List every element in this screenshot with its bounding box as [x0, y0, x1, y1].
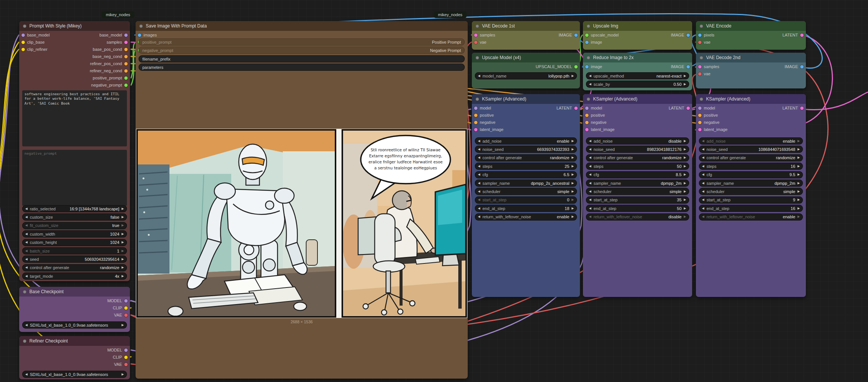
decrement-arrow-icon[interactable]: ◀: [478, 182, 480, 185]
vae-decode-2nd[interactable]: VAE Decode 2ndsamplesvaeIMAGE: [696, 53, 806, 88]
increment-arrow-icon[interactable]: ▶: [572, 198, 574, 201]
increment-arrow-icon[interactable]: ▶: [572, 207, 574, 210]
decrement-arrow-icon[interactable]: ◀: [589, 207, 591, 210]
port-dot[interactable]: [800, 65, 804, 68]
output-port-CLIP[interactable]: CLIP: [113, 305, 128, 310]
decrement-arrow-icon[interactable]: ◀: [589, 182, 591, 185]
port-dot[interactable]: [585, 107, 589, 110]
input-port-vae[interactable]: vae: [698, 71, 711, 76]
decrement-arrow-icon[interactable]: ◀: [589, 190, 591, 193]
input-port-positive[interactable]: positive: [585, 113, 605, 118]
increment-arrow-icon[interactable]: ▶: [684, 83, 686, 86]
output-port-LATENT[interactable]: LATENT: [783, 105, 804, 111]
field-positive_prompt[interactable]: positive_promptPositive Prompt: [139, 38, 465, 46]
output-port-base_neg_cond[interactable]: base_neg_cond: [93, 54, 128, 59]
vae-encode-collapse-dot[interactable]: [700, 24, 703, 28]
increment-arrow-icon[interactable]: ▶: [572, 190, 574, 193]
widget-end_at_step[interactable]: ◀end_at_step18▶: [475, 205, 577, 212]
port-dot[interactable]: [474, 107, 477, 110]
port-dot[interactable]: [474, 121, 477, 124]
increment-arrow-icon[interactable]: ▶: [684, 148, 686, 151]
increment-arrow-icon[interactable]: ▶: [122, 266, 124, 269]
increment-arrow-icon[interactable]: ▶: [684, 75, 686, 78]
increment-arrow-icon[interactable]: ▶: [798, 207, 800, 210]
decrement-arrow-icon[interactable]: ◀: [589, 198, 591, 201]
widget-ckpt_name[interactable]: ◀SDXL/sd_xl_base_1.0_0.9vae.safetensors▶: [22, 371, 127, 378]
widget-target_mode[interactable]: ◀target_mode4x▶: [22, 272, 127, 280]
increment-arrow-icon[interactable]: ▶: [798, 182, 800, 185]
output-port-VAE[interactable]: VAE: [114, 362, 128, 367]
input-port-model[interactable]: model: [698, 105, 715, 111]
input-port-pixels[interactable]: pixels: [698, 32, 714, 38]
increment-arrow-icon[interactable]: ▶: [122, 258, 124, 261]
field-parameters[interactable]: parameters: [139, 64, 465, 71]
widget-scheduler[interactable]: ◀schedulersimple▶: [586, 188, 689, 195]
increment-arrow-icon[interactable]: ▶: [122, 224, 124, 227]
widget-add_noise[interactable]: ◀add_noiseenable▶: [699, 137, 803, 145]
port-dot[interactable]: [474, 33, 477, 37]
port-dot[interactable]: [474, 41, 477, 44]
port-dot[interactable]: [21, 33, 25, 37]
input-port-images[interactable]: images: [138, 32, 157, 38]
port-dot[interactable]: [574, 65, 578, 68]
input-port-image[interactable]: image: [585, 64, 602, 69]
increment-arrow-icon[interactable]: ▶: [572, 156, 574, 159]
base-checkpoint-collapse-dot[interactable]: [23, 290, 26, 294]
increment-arrow-icon[interactable]: ▶: [684, 156, 686, 159]
decrement-arrow-icon[interactable]: ◀: [589, 75, 591, 78]
vae-decode-1st-collapse-dot[interactable]: [476, 24, 479, 28]
increment-arrow-icon[interactable]: ▶: [798, 173, 800, 176]
vae-decode-2nd-collapse-dot[interactable]: [700, 56, 703, 59]
decrement-arrow-icon[interactable]: ◀: [478, 165, 480, 168]
decrement-arrow-icon[interactable]: ◀: [478, 148, 480, 151]
ksampler-advanced-2-collapse-dot[interactable]: [587, 97, 590, 101]
decrement-arrow-icon[interactable]: ◀: [25, 250, 27, 253]
increment-arrow-icon[interactable]: ▶: [684, 173, 686, 176]
input-port-model[interactable]: model: [474, 105, 491, 111]
decrement-arrow-icon[interactable]: ◀: [25, 324, 27, 327]
increment-arrow-icon[interactable]: ▶: [572, 215, 574, 218]
port-dot[interactable]: [21, 48, 25, 51]
decrement-arrow-icon[interactable]: ◀: [478, 198, 480, 201]
output-port-VAE[interactable]: VAE: [114, 312, 128, 318]
input-port-samples[interactable]: samples: [474, 32, 495, 38]
vae-encode[interactable]: VAE EncodepixelsvaeLATENT: [696, 21, 806, 50]
increment-arrow-icon[interactable]: ▶: [684, 165, 686, 168]
output-port-positive_prompt[interactable]: positive_prompt: [93, 75, 128, 81]
increment-arrow-icon[interactable]: ▶: [122, 324, 124, 327]
port-dot[interactable]: [686, 65, 690, 68]
input-port-model[interactable]: model: [585, 105, 602, 111]
ksampler-advanced-3[interactable]: KSampler (Advanced)modelpositivenegative…: [696, 94, 806, 297]
upscale-img-collapse-dot[interactable]: [587, 24, 590, 28]
increment-arrow-icon[interactable]: ▶: [684, 140, 686, 143]
port-dot[interactable]: [124, 84, 128, 87]
widget-start_at_step[interactable]: ◀start_at_step9▶: [699, 196, 803, 204]
increment-arrow-icon[interactable]: ▶: [798, 148, 800, 151]
input-port-negative[interactable]: negative: [474, 120, 496, 125]
widget-return_with_leftover_noise[interactable]: ◀return_with_leftover_noiseenable▶: [699, 213, 803, 221]
input-port-vae[interactable]: vae: [474, 40, 487, 45]
output-port-IMAGE[interactable]: IMAGE: [559, 32, 578, 38]
decrement-arrow-icon[interactable]: ◀: [702, 173, 704, 176]
decrement-arrow-icon[interactable]: ◀: [25, 224, 27, 227]
input-port-upscale_model[interactable]: upscale_model: [585, 32, 619, 38]
decrement-arrow-icon[interactable]: ◀: [589, 173, 591, 176]
decrement-arrow-icon[interactable]: ◀: [589, 165, 591, 168]
widget-sampler_name[interactable]: ◀sampler_namedpmpp_2m▶: [699, 180, 803, 187]
widget-control after generate[interactable]: ◀control after generaterandomize▶: [22, 264, 127, 271]
increment-arrow-icon[interactable]: ▶: [798, 165, 800, 168]
decrement-arrow-icon[interactable]: ◀: [702, 156, 704, 159]
output-port-UPSCALE_MODEL[interactable]: UPSCALE_MODEL: [535, 64, 578, 69]
decrement-arrow-icon[interactable]: ◀: [589, 83, 591, 86]
increment-arrow-icon[interactable]: ▶: [122, 275, 124, 278]
output-port-IMAGE[interactable]: IMAGE: [671, 64, 690, 69]
port-dot[interactable]: [124, 356, 128, 359]
decrement-arrow-icon[interactable]: ◀: [478, 75, 480, 78]
input-port-clip_refiner[interactable]: clip_refiner: [21, 47, 47, 52]
widget-model_name[interactable]: ◀model_namelollypop.pth▶: [475, 72, 577, 79]
reduce-image-to-2x-collapse-dot[interactable]: [587, 56, 590, 59]
increment-arrow-icon[interactable]: ▶: [572, 75, 574, 78]
refiner-checkpoint[interactable]: Refiner CheckpointMODELCLIPVAE◀SDXL/sd_x…: [19, 336, 130, 379]
widget-ratio_selected[interactable]: ◀ratio_selected16:9 [1344x768 landscape]…: [22, 205, 127, 212]
port-dot[interactable]: [124, 62, 128, 65]
